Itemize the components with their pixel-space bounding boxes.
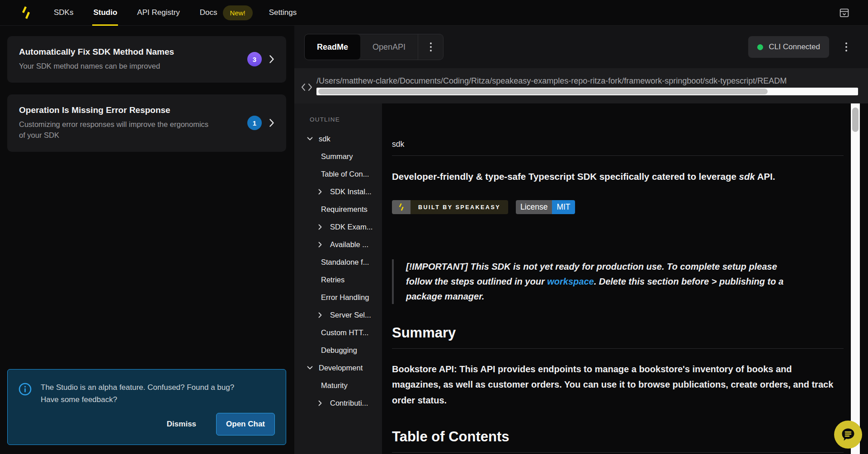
readme-title: sdk — [392, 140, 844, 156]
summary-heading: Summary — [392, 325, 844, 349]
outline-item-label: Table of Con... — [321, 170, 369, 178]
suggestion-title: Operation Is Missing Error Response — [19, 105, 247, 115]
chevron-down-icon[interactable] — [307, 137, 319, 141]
outline-item-label: SDK Instal... — [330, 187, 372, 196]
suggestion-card-error-response[interactable]: Operation Is Missing Error Response Cust… — [7, 94, 286, 152]
tab-openapi[interactable]: OpenAPI — [360, 34, 418, 60]
outline-item-label: Error Handling — [321, 293, 369, 302]
panel-toggle-icon[interactable] — [839, 7, 850, 19]
outline-item-label: Development — [319, 364, 363, 372]
outline-item-contributions[interactable]: Contributi... — [294, 394, 382, 412]
new-badge[interactable]: New! — [223, 5, 253, 20]
outline-item-label: SDK Exam... — [330, 223, 373, 231]
outline-header: OUTLINE — [294, 112, 382, 130]
vertical-scrollbar[interactable] — [851, 103, 860, 454]
outline-item-label: Debugging — [321, 346, 357, 355]
outline-item-available[interactable]: Available ... — [294, 236, 382, 253]
code-brackets-icon — [301, 83, 313, 92]
suggestion-count-badge: 3 — [247, 52, 262, 66]
suggestion-count-badge: 1 — [247, 116, 262, 130]
outline-item-sdk-examples[interactable]: SDK Exam... — [294, 218, 382, 236]
outline-item-retries[interactable]: Retries — [294, 271, 382, 289]
outline-item-development[interactable]: Development — [294, 359, 382, 377]
studio-main-region: ReadMe OpenAPI CLI Connected — [294, 26, 868, 454]
chat-bubble-icon — [840, 426, 856, 443]
outline-item-label: Summary — [321, 152, 353, 161]
horizontal-scrollbar-thumb[interactable] — [318, 89, 768, 94]
nav-item-settings[interactable]: Settings — [259, 0, 307, 26]
outline-item-standalone[interactable]: Standalone f... — [294, 253, 382, 271]
open-chat-button[interactable]: Open Chat — [216, 413, 275, 435]
outline-item-label: Contributi... — [330, 399, 368, 407]
vertical-scrollbar-thumb[interactable] — [852, 108, 859, 132]
license-value: MIT — [552, 200, 575, 214]
horizontal-scrollbar[interactable] — [316, 88, 858, 95]
outline-item-table-of-contents[interactable]: Table of Con... — [294, 165, 382, 183]
outline-item-requirements[interactable]: Requirements — [294, 201, 382, 218]
toc-heading: Table of Contents — [392, 429, 844, 453]
file-path-bar: /Users/matthew-clarke/Documents/Coding/R… — [294, 68, 868, 103]
chevron-right-icon[interactable] — [269, 55, 274, 64]
chevron-down-icon[interactable] — [307, 366, 319, 370]
speakeasy-logo-icon[interactable] — [20, 5, 32, 20]
outline-item-server-selection[interactable]: Server Sel... — [294, 306, 382, 324]
alert-message: The Studio is an alpha feature. Confused… — [41, 380, 242, 406]
nav-item-sdks[interactable]: SDKs — [44, 0, 83, 26]
suggestion-subtitle: Your SDK method names can be improved — [19, 61, 213, 72]
more-options-kebab-icon[interactable] — [843, 40, 850, 54]
built-by-speakeasy-badge[interactable]: BUILT BY SPEAKEASY — [392, 200, 508, 214]
workspace-link[interactable]: workspace — [547, 276, 594, 286]
suggestion-subtitle: Customizing error responses will improve… — [19, 119, 213, 141]
outline-item-label: Maturity — [321, 381, 348, 390]
important-blockquote: [!IMPORTANT] This SDK is not yet ready f… — [392, 259, 801, 304]
built-by-speakeasy-label: BUILT BY SPEAKEASY — [410, 200, 508, 214]
license-badge[interactable]: License MIT — [516, 200, 575, 214]
speakeasy-logo-icon — [392, 200, 410, 214]
cli-status-label: CLI Connected — [769, 42, 820, 51]
nav-item-api-registry[interactable]: API Registry — [127, 0, 189, 26]
outline-item-label: Requirements — [321, 205, 368, 214]
outline-item-sdk[interactable]: sdk — [294, 130, 382, 148]
chevron-right-icon[interactable] — [269, 118, 274, 127]
file-path-text: /Users/matthew-clarke/Documents/Coding/R… — [316, 76, 858, 86]
readme-description: Developer-friendly & type-safe Typescrip… — [392, 171, 844, 182]
readme-content-area: OUTLINE sdk Summary Table of Con... SDK … — [294, 103, 868, 454]
chevron-right-icon[interactable] — [318, 224, 330, 230]
view-tab-group: ReadMe OpenAPI — [304, 34, 443, 60]
outline-item-summary[interactable]: Summary — [294, 148, 382, 165]
license-label: License — [516, 200, 552, 214]
chevron-right-icon[interactable] — [318, 189, 330, 195]
outline-item-debugging[interactable]: Debugging — [294, 342, 382, 359]
tab-options-kebab-icon[interactable] — [418, 34, 443, 60]
cli-status-pill: CLI Connected — [748, 36, 829, 58]
right-gutter — [860, 103, 868, 454]
nav-item-docs[interactable]: Docs — [190, 0, 223, 26]
outline-item-label: Custom HTT... — [321, 328, 368, 337]
outline-item-sdk-installation[interactable]: SDK Instal... — [294, 183, 382, 201]
summary-paragraph: Bookstore API: This API provides endpoin… — [392, 361, 840, 408]
outline-item-label: Server Sel... — [330, 311, 371, 319]
outline-item-custom-http[interactable]: Custom HTT... — [294, 324, 382, 342]
badge-row: BUILT BY SPEAKEASY License MIT — [392, 200, 844, 214]
chevron-right-icon[interactable] — [318, 312, 330, 318]
studio-suggestions-panel: Automatically Fix SDK Method Names Your … — [0, 26, 294, 454]
readme-document: sdk Developer-friendly & type-safe Types… — [382, 103, 851, 454]
chevron-right-icon[interactable] — [318, 400, 330, 406]
nav-item-studio[interactable]: Studio — [83, 0, 127, 26]
outline-sidebar: OUTLINE sdk Summary Table of Con... SDK … — [294, 103, 382, 454]
chat-fab-button[interactable] — [834, 421, 862, 449]
chevron-right-icon[interactable] — [318, 242, 330, 248]
status-dot-icon — [757, 44, 763, 50]
dismiss-button[interactable]: Dismiss — [167, 420, 196, 429]
outline-item-label: Retries — [321, 276, 344, 284]
outline-item-label: sdk — [319, 135, 330, 143]
suggestion-title: Automatically Fix SDK Method Names — [19, 47, 247, 57]
outline-item-error-handling[interactable]: Error Handling — [294, 289, 382, 306]
readme-toolbar: ReadMe OpenAPI CLI Connected — [294, 26, 868, 68]
tab-readme[interactable]: ReadMe — [305, 34, 360, 60]
alpha-feedback-alert: The Studio is an alpha feature. Confused… — [7, 369, 286, 445]
outline-item-maturity[interactable]: Maturity — [294, 377, 382, 394]
suggestion-card-method-names[interactable]: Automatically Fix SDK Method Names Your … — [7, 36, 286, 83]
info-icon — [19, 383, 32, 406]
outline-item-label: Standalone f... — [321, 258, 369, 267]
